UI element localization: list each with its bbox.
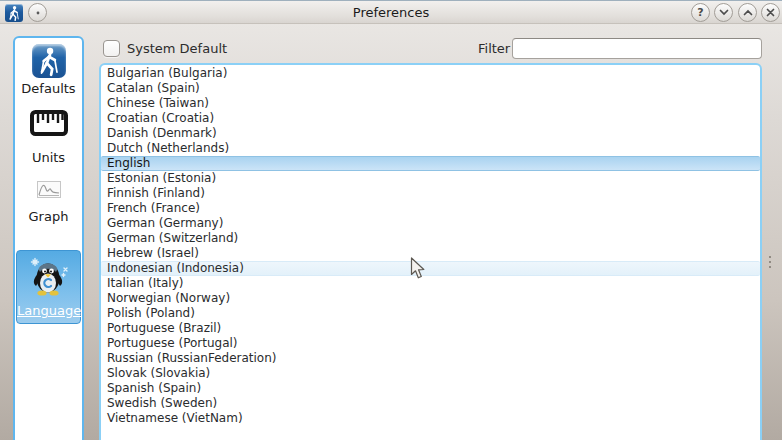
- language-list-item[interactable]: Dutch (Netherlands): [101, 141, 760, 156]
- language-list-item[interactable]: Chinese (Taiwan): [101, 96, 760, 111]
- sidebar-item-language[interactable]: Language: [16, 250, 81, 324]
- language-list-item[interactable]: Finnish (Finland): [101, 186, 760, 201]
- language-list-item[interactable]: Hebrew (Israel): [101, 246, 760, 261]
- resize-grip-icon[interactable]: [769, 256, 772, 271]
- language-list-item[interactable]: Vietnamese (VietNam): [101, 411, 760, 426]
- graph-icon: [16, 181, 81, 203]
- language-list-item[interactable]: French (France): [101, 201, 760, 216]
- language-list-item[interactable]: Croatian (Croatia): [101, 111, 760, 126]
- preferences-dialog: { "window": { "title": "Preferences", "t…: [0, 0, 782, 440]
- language-list-item[interactable]: Russian (RussianFederation): [101, 351, 760, 366]
- chevron-down-icon: [719, 9, 729, 16]
- unshade-button[interactable]: [738, 3, 757, 22]
- filter-input[interactable]: [512, 38, 762, 59]
- close-icon: [766, 8, 775, 17]
- system-default-checkbox[interactable]: [103, 40, 120, 57]
- sidebar-item-label: Units: [16, 150, 81, 165]
- window-title: Preferences: [0, 1, 782, 25]
- sidebar-item-units[interactable]: Units: [16, 108, 81, 165]
- category-sidebar: Defaults Units: [13, 36, 84, 440]
- language-list-item[interactable]: Estonian (Estonia): [101, 171, 760, 186]
- ruler-icon: [16, 108, 81, 142]
- language-list-item[interactable]: Swedish (Sweden): [101, 396, 760, 411]
- sidebar-item-label: Graph: [16, 209, 81, 224]
- language-list-item[interactable]: Indonesian (Indonesia): [101, 261, 760, 276]
- language-list-item[interactable]: Bulgarian (Bulgaria): [101, 66, 760, 81]
- language-list-item[interactable]: German (Germany): [101, 216, 760, 231]
- language-list-item[interactable]: German (Switzerland): [101, 231, 760, 246]
- sidebar-item-defaults[interactable]: Defaults: [16, 44, 81, 96]
- language-list-item[interactable]: Portuguese (Portugal): [101, 336, 760, 351]
- chevron-up-icon: [743, 9, 753, 16]
- sidebar-item-graph[interactable]: Graph: [16, 181, 81, 224]
- system-default-label: System Default: [127, 40, 227, 57]
- hiker-icon: [32, 44, 66, 78]
- penguin-icon: [17, 255, 80, 301]
- language-list-item[interactable]: Italian (Italy): [101, 276, 760, 291]
- language-list-item[interactable]: English: [101, 156, 760, 171]
- language-list-item[interactable]: Danish (Denmark): [101, 126, 760, 141]
- sidebar-item-label: Defaults: [16, 81, 81, 96]
- language-list-item[interactable]: Spanish (Spain): [101, 381, 760, 396]
- shade-button[interactable]: [714, 3, 733, 22]
- language-list-item[interactable]: Slovak (Slovakia): [101, 366, 760, 381]
- filter-label: Filter: [478, 39, 510, 59]
- close-button[interactable]: [761, 3, 780, 22]
- sidebar-item-label: Language: [17, 303, 80, 318]
- help-icon: ?: [697, 6, 703, 19]
- language-list-item[interactable]: Catalan (Spain): [101, 81, 760, 96]
- language-list[interactable]: Bulgarian (Bulgaria)Catalan (Spain)Chine…: [99, 63, 762, 440]
- language-list-item[interactable]: Portuguese (Brazil): [101, 321, 760, 336]
- language-list-item[interactable]: Polish (Poland): [101, 306, 760, 321]
- titlebar[interactable]: Preferences ?: [0, 0, 782, 24]
- help-button[interactable]: ?: [691, 3, 710, 22]
- language-list-item[interactable]: Norwegian (Norway): [101, 291, 760, 306]
